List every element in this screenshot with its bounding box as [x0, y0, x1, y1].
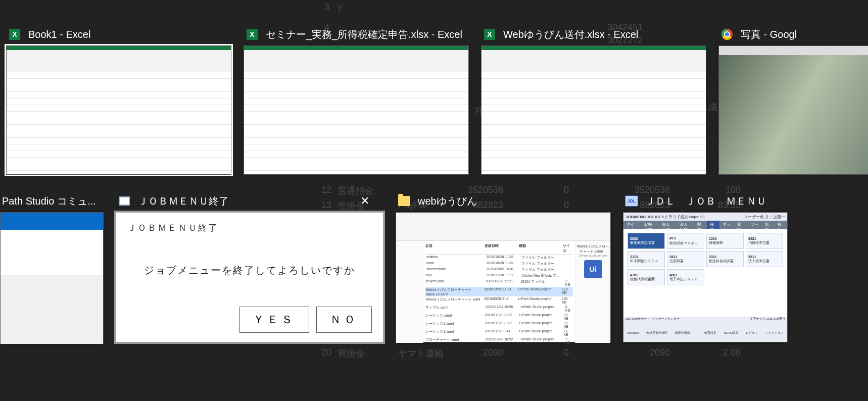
excel-icon: X — [246, 28, 259, 41]
jdl-footer-item[interactable]: MENU設定 — [724, 331, 739, 335]
preview-subtitle: UiPath Studio project — [578, 254, 607, 257]
chrome-icon — [720, 28, 734, 41]
jdl-tile[interactable]: 3511法人税申告書 — [746, 251, 783, 267]
task-thumbnail — [6, 45, 231, 175]
task-title-label: Webゆうびん送付.xlsx - Excel — [503, 28, 638, 41]
jdl-footer-item[interactable]: Manager — [627, 331, 639, 334]
jdl-tile[interactable]: 1261残価償却 — [706, 233, 744, 249]
task-jdl-jobmenu[interactable]: JDL ＪＤＬ ＪＯＢ ＭＥＮＵ JOBMENU JDL IBEXクラウド組曲M… — [623, 192, 788, 343]
window-icon — [118, 194, 131, 208]
file-row[interactable]: Webゆうびんフローチャート.xaml2019/03/08 TueUiPath … — [425, 296, 573, 305]
file-row[interactable]: .screenshots2020/03/02 16:01ファイル フォルダー — [425, 267, 573, 273]
jdl-tab[interactable]: 法人決算 — [677, 221, 694, 229]
jdl-icon: JDL — [625, 194, 638, 208]
dialog-message: ジョブメニューを終了してよろしいですか — [127, 234, 372, 307]
file-row[interactable]: Webゆうびんフローチャート valoix.14.xaml2020/10/28 … — [425, 287, 573, 296]
close-icon[interactable]: ✕ — [360, 194, 369, 208]
folder-icon — [398, 194, 411, 208]
jdl-tab[interactable]: 税 務 — [707, 221, 719, 229]
excel-icon: X — [483, 28, 496, 41]
jdl-tile[interactable]: 2021消費税申告書 — [746, 233, 783, 249]
dialog-yes-button[interactable]: ＹＥＳ — [239, 307, 309, 333]
uipath-badge-icon: Ui — [584, 260, 602, 278]
task-thumbnail: 名前更新日時種類サイズ .entities2020/10/28 11:21ファイ… — [396, 212, 611, 342]
jdl-tab[interactable]: 個人決算 — [659, 221, 677, 229]
task-title-label: webゆうびん — [418, 194, 477, 208]
task-thumbnail — [244, 45, 469, 175]
task-jobmenu-exit-dialog[interactable]: ＪＯＢＭＥＮＵ終了 ✕ ＪＯＢＭＥＮＵ終了 ジョブメニューを終了してよろしいです… — [116, 192, 383, 343]
file-row[interactable]: フローチャート.xaml2019/03/08 16:52UiPath Studi… — [425, 337, 573, 345]
task-webyuubin-excel[interactable]: X Webゆうびん送付.xlsx - Excel — [481, 25, 706, 175]
task-thumbnail: JOBMENU JDL IBEXクラウド組曲Major PC ユーザー名 井ノ上… — [623, 212, 788, 342]
excel-icon: X — [8, 28, 21, 41]
jdl-tab[interactable]: 記帳業務 — [641, 221, 659, 229]
file-row[interactable]: シーケンス2.xaml2018/11/26 23:02UiPath Studio… — [425, 321, 573, 329]
jdl-tab[interactable]: ツール — [747, 221, 762, 229]
preview-title: Webゆうびんフローチャート valoix... — [575, 244, 610, 254]
task-photos-chrome[interactable]: 写真 - Googl — [718, 25, 868, 175]
jdl-tab[interactable]: 財 務 — [694, 221, 707, 229]
task-thumbnail — [0, 212, 104, 343]
jdl-footer-item[interactable]: 帳票設定 — [704, 331, 716, 335]
jdl-tab[interactable]: 新 着 — [762, 221, 775, 229]
file-row[interactable]: シーケンス3.xaml2019/11/28 9:41UiPath Studio … — [425, 329, 573, 337]
jdl-tile[interactable]: 4701税務代理権書面 — [628, 269, 665, 285]
task-title-label: 写真 - Googl — [741, 28, 797, 41]
file-row[interactable]: .local2020/10/28 11:21ファイル フォルダー — [425, 261, 573, 267]
jdl-tab[interactable]: ネット — [719, 221, 734, 229]
file-row[interactable]: サンプル.xaml2020/02/04 15:55UiPath Studio p… — [425, 305, 573, 313]
jdl-tile[interactable]: 4801電子申告システム — [667, 269, 704, 285]
task-title-label: ＪＤＬ ＪＯＢ ＭＥＮＵ — [645, 194, 766, 208]
task-explorer-webyuubin[interactable]: webゆうびん 名前更新日時種類サイズ .entities2020/10/28 … — [396, 192, 611, 343]
file-row[interactable]: aep2018/11/26 11:17Adobe After Effects プ… — [425, 273, 573, 279]
task-title-label: Path Studio コミュ... — [2, 194, 96, 208]
jdl-footer-item[interactable]: シャットオフ — [765, 331, 784, 335]
task-thumbnail — [481, 45, 706, 175]
file-row[interactable]: .entities2020/10/28 11:21ファイル フォルダー — [425, 255, 573, 261]
jdl-tile[interactable]: 49ト県市町村マスター — [667, 233, 704, 249]
jdl-footer-item[interactable]: ログオフ — [746, 331, 758, 335]
jdl-tile[interactable]: 2113年末調整システム — [628, 251, 665, 267]
file-row[interactable]: シーケンス.xaml2018/11/26 23:02UiPath Studio … — [425, 313, 573, 321]
jdl-footer-item[interactable]: 会計用業務管理 — [646, 331, 667, 335]
jdl-tile[interactable]: 2611法定調書 — [667, 251, 704, 267]
task-thumbnail: ＪＯＢＭＥＮＵ終了 ジョブメニューを終了してよろしいですか ＹＥＳ ＮＯ — [116, 212, 383, 342]
task-uipath-studio[interactable]: Path Studio コミュ... — [0, 192, 104, 343]
task-title-label: セミナー_実務_所得税確定申告.xlsx - Excel — [266, 28, 462, 41]
jdl-tile[interactable]: 3301勘定科目内訳書 — [706, 251, 744, 267]
task-switcher-overlay: X Book1 - Excel X セミナー_実務_所得税確定申告.xlsx -… — [0, 0, 868, 401]
dialog-no-button[interactable]: ＮＯ — [316, 307, 372, 333]
jdl-tile[interactable]: 0032事業概況説明書 — [628, 233, 665, 249]
jdl-tab[interactable]: 管 理 — [734, 221, 747, 229]
task-thumbnail — [718, 45, 868, 175]
file-row[interactable]: project.json2020/10/28 11:21JSON ファイル2 K… — [425, 279, 573, 287]
task-title-label: Book1 - Excel — [28, 29, 90, 40]
jdl-footer-item[interactable]: 顧問先情報 — [675, 331, 690, 335]
jdl-tab[interactable]: 報 告 — [775, 221, 787, 229]
task-title-label: ＪＯＢＭＥＮＵ終了 — [138, 194, 229, 208]
jdl-tab[interactable]: クイック — [623, 221, 641, 229]
dialog-title: ＪＯＢＭＥＮＵ終了 — [127, 222, 372, 234]
explorer-file-list: 名前更新日時種類サイズ .entities2020/10/28 11:21ファイ… — [423, 241, 575, 343]
task-seminar-excel[interactable]: X セミナー_実務_所得税確定申告.xlsx - Excel — [244, 25, 469, 175]
task-book1-excel[interactable]: X Book1 - Excel — [6, 25, 231, 175]
